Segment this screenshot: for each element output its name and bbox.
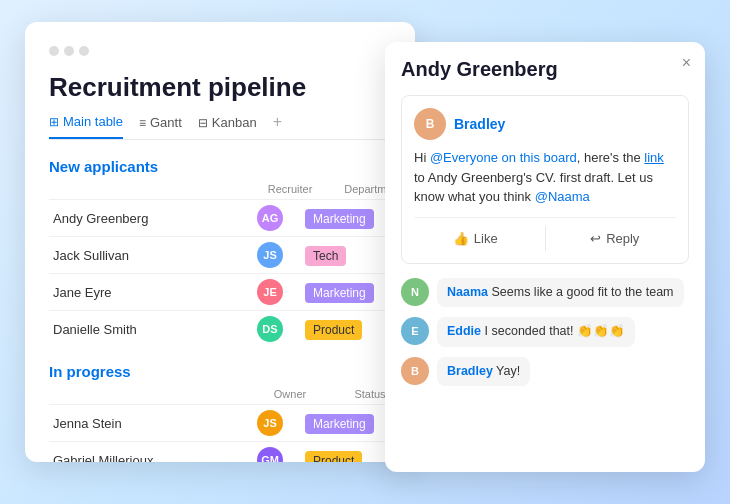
comment-header: B Bradley [414, 108, 676, 140]
reply-icon: ↩ [590, 231, 601, 246]
tab-main-table[interactable]: ⊞ Main table [49, 114, 123, 139]
reply-author: Bradley [447, 364, 493, 378]
row-avatar: JS [235, 410, 305, 436]
table-row[interactable]: Jack Sullivan JS Tech [49, 236, 415, 273]
row-dept: Marketing [305, 211, 395, 226]
avatar-circle: AG [257, 205, 283, 231]
avatar-circle: JE [257, 279, 283, 305]
header-recruiter-col: Recruiter [255, 183, 325, 195]
list-item: N Naama Seems like a good fit to the tea… [401, 278, 689, 308]
avatar-circle: GM [257, 447, 283, 462]
row-name: Jane Eyre [49, 285, 235, 300]
reply-avatar: N [401, 278, 429, 306]
section-in-progress: In progress Owner Status Jenna Stein JS … [49, 363, 415, 462]
table-row[interactable]: Jane Eyre JE Marketing [49, 273, 415, 310]
reply-avatar: E [401, 317, 429, 345]
row-avatar: DS [235, 316, 305, 342]
tabs-bar: ⊞ Main table ≡ Gantt ⊟ Kanban + [49, 113, 415, 140]
row-name: Jenna Stein [49, 416, 235, 431]
app-container: Recruitment pipeline ⊞ Main table ≡ Gant… [25, 22, 705, 482]
mention-naama: @Naama [535, 189, 590, 204]
like-icon: 👍 [453, 231, 469, 246]
comment-body: Hi @Everyone on this board, here's the l… [414, 148, 676, 207]
commenter-avatar: B [414, 108, 446, 140]
dot-1 [49, 46, 59, 56]
header-name-col [53, 388, 255, 400]
action-divider [545, 226, 546, 251]
dept-badge: Marketing [305, 209, 374, 229]
add-tab-button[interactable]: + [273, 113, 282, 131]
row-dept: Product [305, 453, 395, 463]
dept-badge: Product [305, 451, 362, 463]
row-avatar: AG [235, 205, 305, 231]
commenter-name: Bradley [454, 116, 505, 132]
window-dots [49, 46, 415, 56]
reply-label: Reply [606, 231, 639, 246]
avatar-circle: JS [257, 242, 283, 268]
row-dept: Marketing [305, 416, 395, 431]
dept-badge: Marketing [305, 283, 374, 303]
new-applicants-header: Recruiter Departmet [49, 183, 415, 195]
section-new-applicants: New applicants Recruiter Departmet Andy … [49, 158, 415, 347]
row-name: Andy Greenberg [49, 211, 235, 226]
tab-kanban-label: Kanban [212, 115, 257, 130]
table-row[interactable]: Andy Greenberg AG Marketing [49, 199, 415, 236]
mention-everyone: @Everyone on this board [430, 150, 577, 165]
list-item: E Eddie I seconded that! 👏👏👏 [401, 317, 689, 347]
reply-bubble: Eddie I seconded that! 👏👏👏 [437, 317, 635, 347]
dot-2 [64, 46, 74, 56]
dept-badge: Tech [305, 246, 346, 266]
row-dept: Marketing [305, 285, 395, 300]
row-avatar: JE [235, 279, 305, 305]
modal-close-button[interactable]: × [682, 54, 691, 72]
reply-author: Eddie [447, 324, 481, 338]
cv-link[interactable]: link [644, 150, 664, 165]
tab-gantt[interactable]: ≡ Gantt [139, 115, 182, 138]
comment-actions: 👍 Like ↩ Reply [414, 217, 676, 251]
comment-modal: × Andy Greenberg B Bradley Hi @Everyone … [385, 42, 705, 472]
header-name-col [53, 183, 255, 195]
like-button[interactable]: 👍 Like [414, 226, 537, 251]
row-dept: Product [305, 322, 395, 337]
avatar-circle: DS [257, 316, 283, 342]
row-name: Jack Sullivan [49, 248, 235, 263]
table-row[interactable]: Gabriel Millerioux GM Product [49, 441, 415, 462]
replies-list: N Naama Seems like a good fit to the tea… [401, 278, 689, 387]
main-table-icon: ⊞ [49, 115, 59, 129]
dept-badge: Marketing [305, 414, 374, 434]
in-progress-title: In progress [49, 363, 415, 380]
tab-main-table-label: Main table [63, 114, 123, 129]
reply-bubble: Bradley Yay! [437, 357, 530, 387]
dept-badge: Product [305, 320, 362, 340]
row-name: Danielle Smith [49, 322, 235, 337]
table-row[interactable]: Jenna Stein JS Marketing [49, 404, 415, 441]
tab-kanban[interactable]: ⊟ Kanban [198, 115, 257, 138]
row-name: Gabriel Millerioux [49, 453, 235, 463]
row-avatar: GM [235, 447, 305, 462]
row-dept: Tech [305, 248, 395, 263]
in-progress-header: Owner Status [49, 388, 415, 400]
new-applicants-title: New applicants [49, 158, 415, 175]
header-owner-col: Owner [255, 388, 325, 400]
reply-avatar: B [401, 357, 429, 385]
table-row[interactable]: Danielle Smith DS Product [49, 310, 415, 347]
reply-bubble: Naama Seems like a good fit to the team [437, 278, 684, 308]
reply-text: Seems like a good fit to the team [491, 285, 673, 299]
gantt-icon: ≡ [139, 116, 146, 130]
reply-button[interactable]: ↩ Reply [554, 226, 677, 251]
reply-text: I seconded that! 👏👏👏 [485, 324, 625, 338]
tab-gantt-label: Gantt [150, 115, 182, 130]
modal-user-name: Andy Greenberg [401, 58, 689, 81]
left-panel: Recruitment pipeline ⊞ Main table ≡ Gant… [25, 22, 415, 462]
dot-3 [79, 46, 89, 56]
reply-text: Yay! [496, 364, 520, 378]
main-comment-card: B Bradley Hi @Everyone on this board, he… [401, 95, 689, 264]
page-title: Recruitment pipeline [49, 72, 415, 103]
row-avatar: JS [235, 242, 305, 268]
list-item: B Bradley Yay! [401, 357, 689, 387]
kanban-icon: ⊟ [198, 116, 208, 130]
reply-author: Naama [447, 285, 488, 299]
like-label: Like [474, 231, 498, 246]
avatar-circle: JS [257, 410, 283, 436]
